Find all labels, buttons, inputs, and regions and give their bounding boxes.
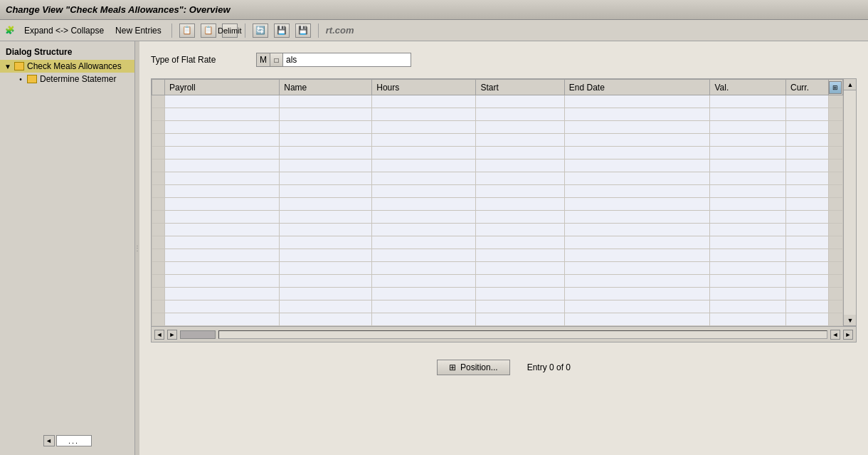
cell-val[interactable]	[710, 134, 786, 147]
cell-curr[interactable]	[786, 95, 829, 108]
cell-start[interactable]	[476, 300, 564, 313]
cell-settings[interactable]	[829, 211, 843, 224]
cell-val[interactable]	[710, 236, 786, 249]
cell-val[interactable]	[710, 211, 786, 224]
cell-payroll[interactable]	[165, 134, 280, 147]
cell-name[interactable]	[280, 198, 372, 211]
cell-name[interactable]	[280, 236, 372, 249]
cell-hours[interactable]	[372, 121, 476, 134]
cell-end-date[interactable]	[564, 262, 710, 275]
cell-start[interactable]	[476, 275, 564, 288]
position-button[interactable]: ⊞ Position...	[437, 360, 510, 375]
cell-hours[interactable]	[372, 147, 476, 159]
cell-settings[interactable]	[829, 236, 843, 249]
cell-start[interactable]	[476, 198, 564, 211]
cell-settings[interactable]	[829, 262, 843, 275]
cell-curr[interactable]	[786, 275, 829, 288]
table-row[interactable]	[152, 198, 843, 211]
col-header-hours[interactable]: Hours	[372, 80, 476, 95]
cell-name[interactable]	[280, 262, 372, 275]
cell-payroll[interactable]	[165, 172, 280, 185]
cell-val[interactable]	[710, 313, 786, 326]
table-row[interactable]	[152, 147, 843, 159]
cell-name[interactable]	[280, 211, 372, 224]
table-row[interactable]	[152, 288, 843, 300]
cell-payroll[interactable]	[165, 236, 280, 249]
cell-payroll[interactable]	[165, 224, 280, 236]
cell-hours[interactable]	[372, 288, 476, 300]
cell-end-date[interactable]	[564, 108, 710, 121]
cell-val[interactable]	[710, 288, 786, 300]
cell-hours[interactable]	[372, 198, 476, 211]
cell-name[interactable]	[280, 147, 372, 159]
cell-end-date[interactable]	[564, 275, 710, 288]
cell-settings[interactable]	[829, 224, 843, 236]
cell-curr[interactable]	[786, 172, 829, 185]
table-row[interactable]	[152, 262, 843, 275]
cell-curr[interactable]	[786, 236, 829, 249]
cell-name[interactable]	[280, 159, 372, 172]
cell-end-date[interactable]	[564, 159, 710, 172]
table-row[interactable]	[152, 224, 843, 236]
hscroll-right-end2-button[interactable]: ►	[843, 330, 853, 340]
table-row[interactable]	[152, 95, 843, 108]
hscroll-right-button[interactable]: ►	[167, 330, 177, 340]
table-row[interactable]	[152, 211, 843, 224]
cell-settings[interactable]	[829, 95, 843, 108]
cell-start[interactable]	[476, 108, 564, 121]
cell-val[interactable]	[710, 198, 786, 211]
cell-end-date[interactable]	[564, 288, 710, 300]
cell-settings[interactable]	[829, 121, 843, 134]
copy2-icon-button[interactable]: 📋	[201, 23, 216, 38]
cell-hours[interactable]	[372, 172, 476, 185]
cell-start[interactable]	[476, 134, 564, 147]
cell-payroll[interactable]	[165, 275, 280, 288]
cell-start[interactable]	[476, 236, 564, 249]
table-row[interactable]	[152, 108, 843, 121]
col-settings-icon[interactable]: ⊞	[829, 81, 842, 94]
cell-end-date[interactable]	[564, 147, 710, 159]
cell-settings[interactable]	[829, 288, 843, 300]
cell-val[interactable]	[710, 275, 786, 288]
cell-start[interactable]	[476, 159, 564, 172]
cell-name[interactable]	[280, 185, 372, 198]
cell-start[interactable]	[476, 313, 564, 326]
cell-end-date[interactable]	[564, 236, 710, 249]
cell-start[interactable]	[476, 224, 564, 236]
cell-end-date[interactable]	[564, 224, 710, 236]
cell-val[interactable]	[710, 147, 786, 159]
cell-val[interactable]	[710, 249, 786, 262]
col-header-name[interactable]: Name	[280, 80, 372, 95]
cell-name[interactable]	[280, 275, 372, 288]
cell-hours[interactable]	[372, 249, 476, 262]
cell-start[interactable]	[476, 172, 564, 185]
table-row[interactable]	[152, 236, 843, 249]
col-header-end-date[interactable]: End Date	[564, 80, 710, 95]
cell-val[interactable]	[710, 185, 786, 198]
cell-name[interactable]	[280, 121, 372, 134]
table-row[interactable]	[152, 300, 843, 313]
cell-end-date[interactable]	[564, 185, 710, 198]
cell-curr[interactable]	[786, 185, 829, 198]
cell-settings[interactable]	[829, 198, 843, 211]
cell-end-date[interactable]	[564, 172, 710, 185]
cell-settings[interactable]	[829, 134, 843, 147]
cell-curr[interactable]	[786, 224, 829, 236]
cell-curr[interactable]	[786, 134, 829, 147]
cell-hours[interactable]	[372, 134, 476, 147]
cell-end-date[interactable]	[564, 134, 710, 147]
cell-curr[interactable]	[786, 211, 829, 224]
table-row[interactable]	[152, 185, 843, 198]
flat-rate-value[interactable]: als	[283, 53, 411, 67]
cell-curr[interactable]	[786, 121, 829, 134]
cell-name[interactable]	[280, 172, 372, 185]
new-entries-button[interactable]: New Entries	[112, 24, 164, 37]
cell-hours[interactable]	[372, 224, 476, 236]
hscroll-thumb[interactable]	[180, 330, 216, 339]
cell-hours[interactable]	[372, 262, 476, 275]
cell-payroll[interactable]	[165, 313, 280, 326]
cell-start[interactable]	[476, 262, 564, 275]
save-button[interactable]: 💾	[274, 23, 290, 38]
sidebar-left-arrow-button[interactable]: ◄	[43, 435, 55, 446]
sidebar-item-check-meals[interactable]: ▼ Check Meals Allowances	[0, 60, 134, 73]
